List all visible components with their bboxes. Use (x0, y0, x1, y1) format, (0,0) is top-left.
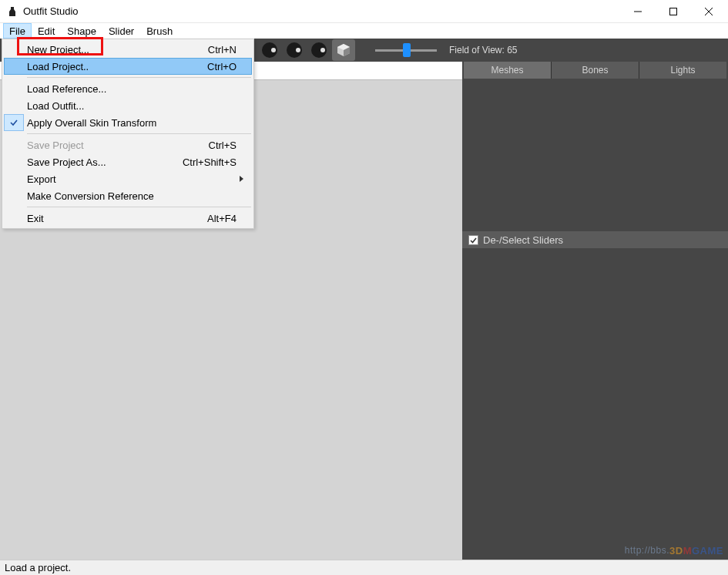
menu-edit[interactable]: Edit (32, 23, 61, 39)
window-title: Outfit Studio (23, 5, 79, 17)
view-mode-cube[interactable] (332, 39, 355, 61)
view-mode-1[interactable] (258, 39, 281, 61)
panel-tabs: Meshes Bones Lights (462, 62, 728, 79)
menu-save-project-as[interactable]: Save Project As... Ctrl+Shift+S (4, 153, 252, 170)
menu-apply-skin-transform[interactable]: Apply Overall Skin Transform (4, 114, 252, 131)
slider-checkbox[interactable] (468, 235, 478, 245)
menu-brush[interactable]: Brush (140, 23, 179, 39)
slider-header-label: De-/Select Sliders (483, 234, 563, 246)
menu-new-project[interactable]: New Project... Ctrl+N (4, 41, 252, 58)
slider-section-body (462, 248, 728, 560)
fov-slider[interactable] (375, 49, 437, 52)
chevron-right-icon (238, 173, 244, 185)
svg-marker-7 (240, 176, 243, 182)
menu-file[interactable]: File (3, 23, 32, 39)
minimize-button[interactable] (620, 0, 656, 23)
menu-exit[interactable]: Exit Alt+F4 (4, 210, 252, 227)
fov-label: Field of View: 65 (449, 45, 518, 55)
status-text: Load a project. (5, 562, 71, 573)
check-icon (4, 114, 24, 131)
menu-export[interactable]: Export (4, 170, 252, 187)
menu-bar: File Edit Shape Slider Brush (0, 23, 728, 39)
tab-meshes[interactable]: Meshes (464, 62, 552, 79)
app-icon (6, 5, 18, 18)
title-bar: Outfit Studio (0, 0, 728, 23)
menu-separator (27, 77, 251, 78)
maximize-button[interactable] (656, 0, 691, 23)
svg-rect-1 (670, 8, 677, 15)
file-menu-dropdown: New Project... Ctrl+N Load Project.. Ctr… (2, 39, 254, 229)
menu-make-conversion-reference[interactable]: Make Conversion Reference (4, 187, 252, 204)
menu-separator (27, 133, 251, 134)
menu-save-project: Save Project Ctrl+S (4, 136, 252, 153)
status-bar: Load a project. (0, 560, 728, 575)
menu-separator (27, 207, 251, 207)
menu-load-outfit[interactable]: Load Outfit... (4, 97, 252, 114)
meshes-panel (462, 79, 728, 231)
view-mode-2[interactable] (283, 39, 306, 61)
slider-section-header[interactable]: De-/Select Sliders (462, 231, 728, 248)
tab-bones[interactable]: Bones (552, 62, 639, 79)
tab-lights[interactable]: Lights (639, 62, 726, 79)
menu-slider[interactable]: Slider (102, 23, 140, 39)
view-mode-3[interactable] (307, 39, 330, 61)
menu-load-reference[interactable]: Load Reference... (4, 80, 252, 97)
menu-shape[interactable]: Shape (61, 23, 102, 39)
right-panel: Meshes Bones Lights De-/Select Sliders (462, 62, 728, 560)
close-button[interactable] (691, 0, 726, 23)
menu-load-project[interactable]: Load Project.. Ctrl+O (4, 58, 252, 75)
